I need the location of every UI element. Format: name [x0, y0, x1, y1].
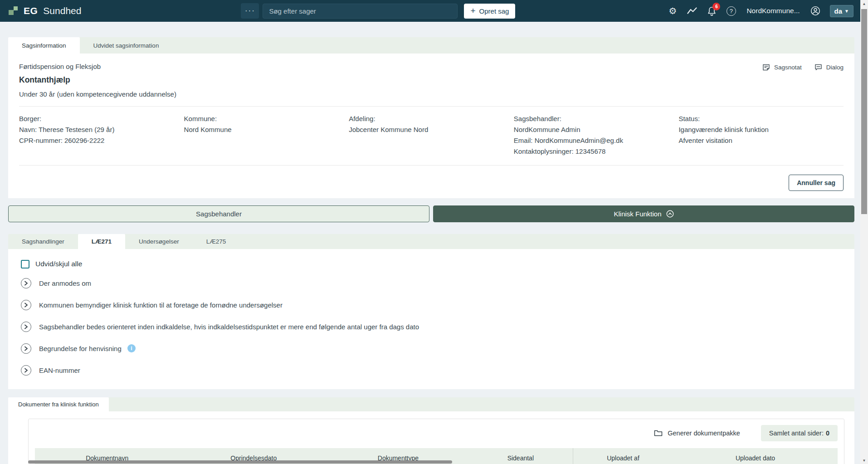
settings-gear-icon[interactable]: ⚙ [668, 6, 678, 16]
activity-trend-icon[interactable] [687, 6, 697, 16]
scroll-down-arrow-icon[interactable]: ▼ [860, 457, 868, 464]
form-row-label: Kommunen bemyndiger klinisk funktion til… [39, 301, 283, 309]
info-label: Borger: [19, 113, 184, 124]
case-actions: Sagsnotat Dialog [762, 63, 844, 71]
total-pages-badge: Samlet antal sider:0 [761, 425, 838, 441]
tab-sagshandlinger[interactable]: Sagshandlinger [8, 234, 78, 249]
expand-all-label: Udvid/skjul alle [35, 260, 82, 268]
help-icon[interactable]: ? [726, 6, 736, 16]
chevron-right-icon[interactable] [21, 278, 31, 288]
case-information-card: Sagsinformation Udvidet sagsinformation … [8, 37, 854, 198]
divider [19, 106, 844, 107]
form-row-begrundelse[interactable]: Begrundelse for henvisning i [21, 337, 842, 359]
circle-arrow-up-icon [666, 210, 674, 218]
info-line: NordKommune Admin [514, 124, 679, 135]
tab-undersoegelser[interactable]: Undersøgelser [125, 234, 193, 249]
form-row-label: Sagsbehandler bedes orienteret inden ind… [39, 323, 419, 331]
form-row-ean-nummer[interactable]: EAN-nummer [21, 359, 842, 381]
expand-all-checkbox[interactable] [21, 260, 29, 269]
chevron-right-icon[interactable] [21, 365, 31, 376]
expand-collapse-all[interactable]: Udvid/skjul alle [21, 256, 842, 272]
scroll-up-arrow-icon[interactable]: ▲ [860, 0, 868, 7]
language-selector[interactable]: da ▼ [830, 5, 853, 17]
header-center: ··· + Opret sag [241, 3, 515, 19]
info-line: Email: NordKommuneAdmin@eg.dk [514, 135, 679, 146]
documents-card-body: Generer dokumentpakke Samlet antal sider… [8, 411, 854, 464]
search-input[interactable] [263, 4, 458, 19]
plus-icon: + [470, 6, 475, 15]
divider [19, 165, 844, 166]
clinical-function-toggle-button[interactable]: Klinisk Funktion [433, 205, 854, 222]
vertical-scrollbar[interactable]: ▲ ▼ [860, 0, 868, 464]
form-row-label: Begrundelse for henvisning [39, 345, 122, 352]
tab-udvidet-sagsinformation[interactable]: Udvidet sagsinformation [80, 37, 173, 54]
create-case-button[interactable]: + Opret sag [464, 4, 515, 19]
role-toggle: Sagsbehandler Klinisk Funktion [8, 205, 854, 222]
user-account-icon[interactable] [810, 6, 820, 16]
info-afdeling: Afdeling: Jobcenter Kommune Nord [349, 113, 514, 157]
tab-lae275[interactable]: LÆ275 [193, 234, 240, 249]
case-card-tabbar: Sagsinformation Udvidet sagsinformation [8, 37, 854, 54]
info-line: Afventer visitation [678, 135, 844, 146]
case-note-button[interactable]: Sagsnotat [762, 63, 802, 71]
vertical-scrollbar-thumb[interactable] [861, 9, 867, 214]
case-title-block: Førtidspension og Fleksjob Kontanthjælp … [19, 63, 176, 98]
case-dialog-button[interactable]: Dialog [814, 63, 844, 71]
form-card-body: Udvid/skjul alle Der anmodes om Kommunen… [8, 249, 854, 389]
more-options-button[interactable]: ··· [241, 3, 259, 19]
total-pages-label: Samlet antal sider: [769, 430, 824, 437]
brand-logo[interactable]: EG Sundhed [8, 5, 81, 16]
language-code: da [834, 7, 843, 15]
header-right: ⚙ 6 ? NordKommune... da ▼ [668, 5, 854, 17]
chevron-right-icon[interactable] [21, 300, 31, 310]
info-label: Afdeling: [349, 113, 514, 124]
info-line: Nord Kommune [184, 124, 349, 135]
info-label: Sagsbehandler: [514, 113, 679, 124]
info-kommune: Kommune: Nord Kommune [184, 113, 349, 157]
clinical-function-label: Klinisk Funktion [614, 210, 661, 218]
info-line: CPR-nummer: 260296-2222 [19, 135, 184, 146]
form-row-kommunen-bemyndiger[interactable]: Kommunen bemyndiger klinisk funktion til… [21, 294, 842, 316]
app-header: EG Sundhed ··· + Opret sag ⚙ 6 [0, 0, 868, 22]
column-uploadet-af: Uploadet af [573, 448, 673, 464]
chevron-right-icon[interactable] [21, 343, 31, 354]
generate-document-package-button[interactable]: Generer dokumentpakke [654, 430, 740, 437]
form-card: Sagshandlinger LÆ271 Undersøgelser LÆ275… [8, 234, 854, 389]
info-line: Igangværende klinisk funktion [678, 124, 844, 135]
documents-toolbar: Generer dokumentpakke Samlet antal sider… [35, 424, 838, 443]
cancel-case-button[interactable]: Annuller sag [789, 175, 844, 191]
form-row-sagsbehandler-orienteret[interactable]: Sagsbehandler bedes orienteret inden ind… [21, 316, 842, 337]
notification-count-badge: 6 [712, 3, 720, 10]
caseworker-toggle-button[interactable]: Sagsbehandler [8, 205, 429, 222]
chevron-down-icon: ▼ [844, 9, 849, 14]
form-row-der-anmodes-om[interactable]: Der anmodes om [21, 272, 842, 294]
form-card-tabbar: Sagshandlinger LÆ271 Undersøgelser LÆ275 [8, 234, 854, 249]
horizontal-scrollbar-thumb[interactable] [28, 460, 452, 464]
form-row-label: Der anmodes om [39, 279, 91, 287]
case-note-label: Sagsnotat [774, 64, 802, 71]
info-status: Status: Igangværende klinisk funktion Af… [678, 113, 844, 157]
column-sideantal: Sideantal [468, 454, 573, 462]
info-label: Status: [678, 113, 844, 124]
info-line: Kontaktoplysninger: 12345678 [514, 146, 679, 157]
chevron-right-icon[interactable] [21, 322, 31, 332]
tab-lae271[interactable]: LÆ271 [78, 234, 125, 249]
case-info-grid: Borger: Navn: Therese Testesen (29 år) C… [19, 113, 844, 157]
eg-logo-icon [8, 5, 19, 16]
note-icon [762, 63, 770, 71]
column-uploadet-dato: Uploadet dato [673, 454, 838, 462]
ellipsis-icon: ··· [245, 6, 255, 15]
tab-sagsinformation[interactable]: Sagsinformation [8, 37, 80, 54]
notifications-bell-icon[interactable]: 6 [707, 6, 717, 16]
folder-icon [654, 430, 663, 437]
create-case-label: Opret sag [479, 7, 509, 15]
info-sagsbehandler: Sagsbehandler: NordKommune Admin Email: … [514, 113, 679, 157]
account-name[interactable]: NordKommune... [746, 7, 800, 15]
info-icon[interactable]: i [127, 344, 136, 352]
case-category: Førtidspension og Fleksjob [19, 63, 176, 70]
tab-dokumenter-fra-klinisk-funktion[interactable]: Dokumenter fra klinisk funktion [8, 397, 109, 411]
case-dialog-label: Dialog [826, 64, 844, 71]
documents-card: Dokumenter fra klinisk funktion Generer … [8, 397, 854, 464]
info-borger: Borger: Navn: Therese Testesen (29 år) C… [19, 113, 184, 157]
case-card-body: Førtidspension og Fleksjob Kontanthjælp … [8, 54, 854, 198]
